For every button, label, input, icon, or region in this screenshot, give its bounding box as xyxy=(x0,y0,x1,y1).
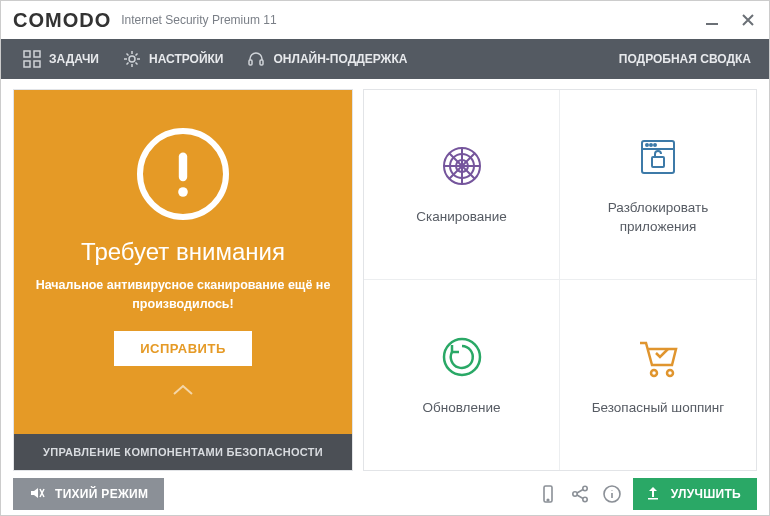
svg-point-11 xyxy=(178,187,188,197)
minimize-button[interactable] xyxy=(703,11,721,29)
toolbar-settings[interactable]: НАСТРОЙКИ xyxy=(111,39,235,79)
svg-rect-0 xyxy=(706,23,718,25)
silent-mode-label: ТИХИЙ РЕЖИМ xyxy=(55,487,148,501)
svg-point-21 xyxy=(444,339,480,375)
actions-grid: Сканирование Разблокировать приложения xyxy=(363,89,757,471)
silent-mode-button[interactable]: ТИХИЙ РЕЖИМ xyxy=(13,478,164,510)
close-button[interactable] xyxy=(739,11,757,29)
upgrade-label: УЛУЧШИТЬ xyxy=(671,487,741,501)
svg-point-17 xyxy=(646,144,648,146)
info-icon[interactable] xyxy=(601,483,623,505)
svg-rect-2 xyxy=(34,51,40,57)
title-bar: COMODO Internet Security Premium 11 xyxy=(1,1,769,39)
status-main: Требует внимания Начальное антивирусное … xyxy=(14,90,352,434)
bottom-bar: ТИХИЙ РЕЖИМ УЛУЧШИТЬ xyxy=(1,471,769,516)
svg-point-22 xyxy=(651,370,657,376)
toolbar-support-label: ОНЛАЙН-ПОДДЕРЖКА xyxy=(273,52,407,66)
toolbar-support[interactable]: ОНЛАЙН-ПОДДЕРЖКА xyxy=(235,39,419,79)
toolbar-detailed-label: ПОДРОБНАЯ СВОДКА xyxy=(619,52,751,66)
headset-icon xyxy=(247,50,265,68)
action-unblock-label: Разблокировать приложения xyxy=(570,199,746,237)
action-shopping[interactable]: Безопасный шоппинг xyxy=(560,280,756,470)
shopping-icon xyxy=(634,333,682,381)
status-panel: Требует внимания Начальное антивирусное … xyxy=(13,89,353,471)
action-update[interactable]: Обновление xyxy=(364,280,560,470)
status-title: Требует внимания xyxy=(81,238,285,266)
toolbar-settings-label: НАСТРОЙКИ xyxy=(149,52,223,66)
svg-point-28 xyxy=(582,497,586,501)
svg-rect-12 xyxy=(179,152,187,181)
action-scan[interactable]: Сканирование xyxy=(364,90,560,280)
fix-button[interactable]: ИСПРАВИТЬ xyxy=(114,331,252,366)
svg-rect-4 xyxy=(34,61,40,67)
action-shopping-label: Безопасный шоппинг xyxy=(592,399,725,418)
gear-icon xyxy=(123,50,141,68)
share-icon[interactable] xyxy=(569,483,591,505)
svg-rect-6 xyxy=(249,60,252,65)
status-subtitle: Начальное антивирусное сканирование ещё … xyxy=(32,276,334,314)
mobile-icon[interactable] xyxy=(537,483,559,505)
action-scan-label: Сканирование xyxy=(416,208,507,227)
action-unblock[interactable]: Разблокировать приложения xyxy=(560,90,756,280)
warning-icon xyxy=(137,128,229,220)
manage-security-components[interactable]: УПРАВЛЕНИЕ КОМПОНЕНТАМИ БЕЗОПАСНОСТИ xyxy=(14,434,352,470)
product-subtitle: Internet Security Premium 11 xyxy=(121,13,276,27)
unblock-icon xyxy=(634,133,682,181)
svg-rect-1 xyxy=(24,51,30,57)
svg-point-27 xyxy=(582,486,586,490)
update-icon xyxy=(438,333,486,381)
content-area: Требует внимания Начальное антивирусное … xyxy=(1,79,769,471)
toolbar-tasks-label: ЗАДАЧИ xyxy=(49,52,99,66)
toolbar-detailed-summary[interactable]: ПОДРОБНАЯ СВОДКА xyxy=(601,39,759,79)
toolbar-tasks[interactable]: ЗАДАЧИ xyxy=(11,39,111,79)
svg-rect-20 xyxy=(652,157,664,167)
svg-rect-30 xyxy=(648,498,658,500)
expand-up-icon[interactable] xyxy=(172,382,194,400)
upgrade-icon xyxy=(645,485,661,504)
upgrade-button[interactable]: УЛУЧШИТЬ xyxy=(633,478,757,510)
tasks-icon xyxy=(23,50,41,68)
svg-point-5 xyxy=(129,56,135,62)
svg-point-23 xyxy=(667,370,673,376)
svg-point-18 xyxy=(650,144,652,146)
svg-point-19 xyxy=(654,144,656,146)
action-update-label: Обновление xyxy=(423,399,501,418)
svg-rect-7 xyxy=(260,60,263,65)
svg-rect-3 xyxy=(24,61,30,67)
svg-point-26 xyxy=(572,492,576,496)
svg-point-25 xyxy=(547,499,549,501)
window-controls xyxy=(703,11,757,29)
mute-icon xyxy=(29,485,45,504)
scan-icon xyxy=(438,142,486,190)
main-toolbar: ЗАДАЧИ НАСТРОЙКИ ОНЛАЙН-ПОДДЕРЖКА ПОДРОБ… xyxy=(1,39,769,79)
brand-name: COMODO xyxy=(13,9,111,32)
